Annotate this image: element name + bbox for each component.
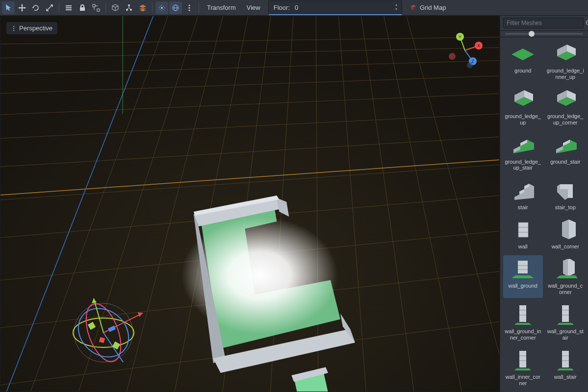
mesh-item-label: ground (514, 68, 531, 74)
perspective-label: Perspective (19, 24, 52, 32)
rotate-icon (32, 4, 40, 12)
mesh-thumb-icon (552, 348, 579, 372)
floor-spinbox[interactable]: Floor: ▴ ▾ (268, 0, 402, 15)
cursor-icon (4, 4, 12, 12)
svg-marker-124 (557, 368, 574, 370)
mesh-item-label: wall_stair (554, 374, 577, 380)
mesh-thumb-icon (509, 257, 537, 281)
mesh-item-wall_stair[interactable]: wall_stair (546, 346, 586, 389)
mesh-item-wall_ground_inner_corner[interactable]: wall_ground_inner_corner (503, 301, 543, 343)
mesh-item-label: stair (518, 204, 528, 211)
mesh-item-wall_ground_stair[interactable]: wall_ground_stair (546, 301, 586, 343)
mesh-item-label: wall_ground_inner_corner (504, 328, 542, 341)
mesh-item-ground_ledge_up[interactable]: ground_ledge_up (503, 86, 543, 128)
cube-icon (111, 4, 119, 12)
toolbar-separator (199, 3, 199, 13)
mesh-thumb-icon (552, 42, 579, 66)
svg-marker-75 (511, 49, 534, 60)
svg-rect-0 (93, 4, 95, 7)
mesh-item-label: ground_ledge_inner_up (547, 68, 585, 80)
mesh-item-stair_top[interactable]: stair_top (546, 177, 586, 213)
mesh-item-wall_ground[interactable]: wall_ground (503, 255, 543, 298)
cube-tool-button[interactable] (109, 1, 122, 14)
mesh-item-wall_inner_corner[interactable]: wall_inner_corner (503, 346, 543, 389)
hierarchy-tool-button[interactable] (123, 1, 135, 14)
mesh-item-ground_stair[interactable]: ground_stair (546, 131, 586, 174)
mesh-item-label: wall_ground_corner (547, 283, 585, 295)
list-tool-button[interactable] (62, 1, 75, 14)
select-tool-button[interactable] (2, 1, 15, 14)
floor-spinner[interactable]: ▴ ▾ (393, 3, 400, 12)
svg-point-39 (13, 26, 14, 27)
search-button[interactable] (586, 18, 588, 28)
gridmap-menu[interactable]: Grid Map (405, 1, 451, 14)
svg-point-41 (13, 30, 14, 31)
svg-rect-62 (108, 325, 116, 332)
mesh-item-ground_ledge_up_corner[interactable]: ground_ledge_up_corner (546, 86, 586, 128)
mesh-item-ground[interactable]: ground (503, 40, 543, 83)
mesh-grid: ground ground_ledge_inner_up ground_ledg… (500, 37, 588, 392)
thumbnail-zoom-slider[interactable] (500, 31, 588, 37)
mesh-item-wall_ground_corner[interactable]: wall_ground_corner (546, 255, 586, 298)
mesh-item-ground_ledge_inner_up[interactable]: ground_ledge_inner_up (546, 40, 586, 83)
perspective-toggle[interactable]: Perspective (6, 22, 57, 34)
mesh-item-label: wall_corner (552, 244, 579, 250)
mesh-item-label: ground_ledge_up_corner (547, 113, 585, 125)
mesh-item-wall[interactable]: wall (503, 216, 543, 252)
snap-local-button[interactable] (155, 1, 168, 14)
kebab-menu-button[interactable] (183, 1, 196, 14)
mesh-thumb-icon (552, 303, 579, 326)
filter-meshes-input[interactable] (503, 18, 584, 28)
svg-point-8 (189, 4, 190, 6)
rotate-tool-button[interactable] (29, 1, 42, 14)
mesh-thumb-icon (552, 179, 579, 202)
mesh-item-label: ground_stair (550, 159, 580, 165)
snap-global-button[interactable] (169, 1, 182, 14)
svg-rect-113 (562, 305, 569, 322)
move-tool-button[interactable] (16, 1, 28, 14)
svg-point-9 (189, 7, 190, 8)
mesh-thumb-icon (552, 133, 579, 157)
main-area: Perspective X Y Z (0, 16, 588, 392)
gridmap-icon (410, 4, 417, 11)
scale-tool-button[interactable] (43, 1, 56, 14)
scale-icon (46, 4, 53, 12)
svg-marker-116 (557, 323, 574, 325)
mesh-thumb-icon (509, 348, 537, 372)
chevron-down-icon[interactable]: ▾ (393, 7, 400, 12)
svg-rect-102 (518, 261, 528, 273)
viewport-3d[interactable]: Perspective X Y Z (0, 16, 500, 392)
group-icon (92, 4, 100, 12)
toolbar-separator (59, 3, 59, 13)
mesh-library-panel: ground ground_ledge_inner_up ground_ledg… (500, 16, 588, 392)
mesh-thumb-icon (552, 88, 579, 111)
floor-input[interactable] (295, 4, 393, 11)
dots-vertical-icon (11, 25, 16, 32)
svg-point-10 (189, 9, 190, 11)
rotation-gizmo[interactable] (59, 289, 148, 377)
axis-gizmo[interactable]: X Y Z (445, 31, 485, 70)
move-icon (18, 4, 26, 12)
mesh-item-stair[interactable]: stair (503, 177, 543, 213)
svg-point-48 (449, 53, 456, 60)
mesh-item-label: ground_ledge_up (504, 113, 542, 125)
svg-rect-117 (519, 351, 526, 368)
view-menu[interactable]: View (242, 1, 265, 14)
mesh-thumb-icon (509, 218, 537, 242)
svg-point-2 (128, 4, 130, 6)
mesh-item-label: ground_ledge_up_stair (504, 159, 542, 171)
mesh-item-label: wall_ground_stair (547, 328, 585, 341)
reparent-tool-button[interactable] (136, 1, 149, 14)
transform-menu[interactable]: Transform (202, 1, 241, 14)
list-icon (65, 4, 73, 12)
svg-marker-58 (138, 312, 143, 317)
dots-vertical-icon (185, 4, 193, 12)
mesh-thumb-icon (509, 303, 537, 326)
lock-tool-button[interactable] (76, 1, 89, 14)
mesh-item-label: wall (518, 244, 528, 250)
lock-icon (78, 4, 86, 12)
svg-text:Z: Z (471, 59, 474, 64)
group-tool-button[interactable] (90, 1, 102, 14)
mesh-item-wall_corner[interactable]: wall_corner (546, 216, 586, 252)
mesh-item-ground_ledge_up_stair[interactable]: ground_ledge_up_stair (503, 131, 543, 174)
